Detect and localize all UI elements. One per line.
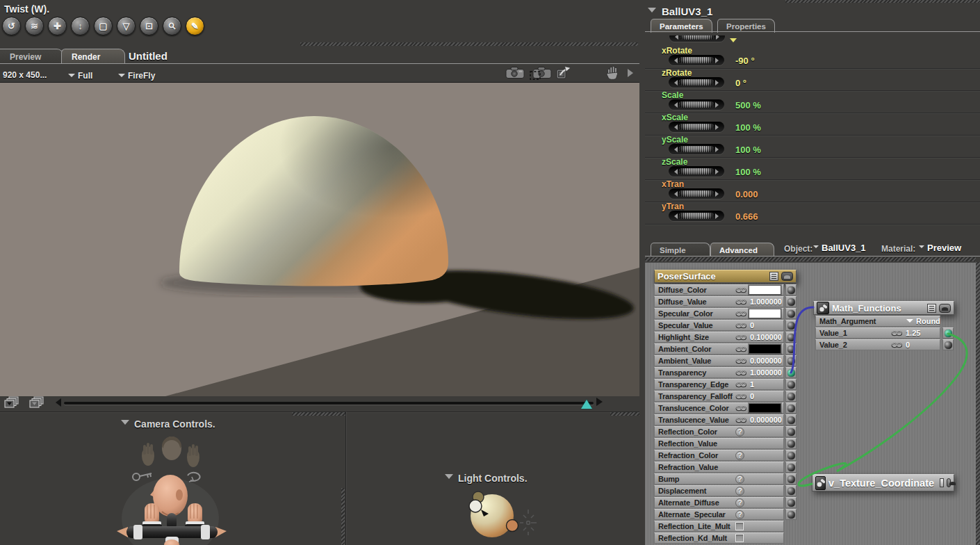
node-preview-eye-icon[interactable] <box>781 272 793 281</box>
right-panel-resize-grip[interactable] <box>785 0 980 3</box>
dial-value[interactable]: 0.000 <box>735 189 758 200</box>
parameter-dial[interactable] <box>669 188 724 199</box>
parameter-value[interactable]: 1.25 <box>904 329 920 337</box>
help-icon[interactable]: ? <box>735 498 744 507</box>
node-options-icon[interactable] <box>927 304 936 313</box>
node-options-icon[interactable] <box>769 272 778 281</box>
input-plug[interactable] <box>787 286 795 294</box>
input-plug[interactable] <box>787 475 795 483</box>
input-plug-cell[interactable] <box>785 355 797 366</box>
frame-slider-handle[interactable] <box>581 394 592 409</box>
chain-link-icon[interactable] <box>891 342 903 348</box>
input-plug[interactable] <box>787 298 795 306</box>
input-plug[interactable] <box>787 357 795 365</box>
collapse-triangle-icon[interactable] <box>445 474 453 483</box>
input-plug-cell[interactable] <box>942 327 954 339</box>
chevron-down-icon[interactable] <box>906 319 913 326</box>
input-plug[interactable] <box>787 334 795 341</box>
input-plug-cell[interactable] <box>785 509 797 520</box>
magnify-tool[interactable]: ⚲ <box>163 17 181 35</box>
input-plug-cell[interactable] <box>785 332 797 343</box>
help-icon[interactable]: ? <box>735 428 744 437</box>
dial-value[interactable]: 0 ° <box>735 78 746 88</box>
input-plug-cell[interactable] <box>785 391 797 402</box>
camera-panel-grip[interactable] <box>292 412 345 416</box>
input-plug-cell[interactable] <box>785 438 797 449</box>
parameter-value[interactable]: 0 <box>749 321 754 330</box>
toolbar-resize-grip[interactable] <box>300 42 638 46</box>
parameter-value[interactable]: 1 <box>749 380 754 389</box>
translate-tool[interactable]: ✚ <box>48 17 67 35</box>
tab-properties[interactable]: Properties <box>717 19 775 33</box>
object-dropdown[interactable]: BallUV3_1 <box>813 243 866 253</box>
node-options-icon[interactable] <box>940 478 944 487</box>
input-plug[interactable] <box>787 452 795 459</box>
tab-parameters[interactable]: Parameters <box>651 19 712 33</box>
frame-slider-right-arrow[interactable] <box>596 398 607 406</box>
color-swatch[interactable] <box>749 309 781 318</box>
tab-simple[interactable]: Simple <box>651 243 710 257</box>
input-plug-cell[interactable] <box>785 308 797 319</box>
subbar-next-arrow[interactable] <box>628 69 637 77</box>
scale-tool[interactable]: ▢ <box>94 17 113 35</box>
color-swatch[interactable] <box>749 403 781 413</box>
input-plug-cell[interactable] <box>785 426 797 437</box>
chain-link-icon[interactable] <box>735 370 747 376</box>
parameter-dial[interactable] <box>669 122 724 132</box>
parameter-dial[interactable] <box>669 55 724 65</box>
texture-coordinate-node[interactable]: v_Texture_Coordinate <box>812 474 954 491</box>
dial-value[interactable]: 100 % <box>735 145 761 155</box>
rotate-tool[interactable]: ↺ <box>2 17 21 35</box>
input-plug-connected[interactable] <box>787 369 795 377</box>
shader-scrollbar[interactable] <box>976 262 980 545</box>
dropdown-value[interactable]: Round <box>915 317 940 325</box>
input-plug-cell[interactable] <box>785 450 797 461</box>
tab-advanced[interactable]: Advanced <box>710 243 774 257</box>
input-plug-cell[interactable] <box>785 497 797 508</box>
chain-link-icon[interactable] <box>735 417 747 423</box>
dial-value[interactable]: 100 % <box>735 167 761 177</box>
input-plug-cell[interactable] <box>785 379 797 390</box>
color-swatch[interactable] <box>749 344 781 354</box>
light-controls[interactable] <box>445 483 556 545</box>
color-picker-tool[interactable]: ✎ <box>186 17 204 35</box>
input-plug[interactable] <box>787 310 795 318</box>
chain-link-icon[interactable] <box>735 299 747 305</box>
checkbox[interactable] <box>735 522 744 530</box>
dial-value[interactable]: 100 % <box>735 122 761 133</box>
chain-link-icon[interactable] <box>735 382 747 388</box>
node-preview-eye-icon[interactable] <box>939 304 951 313</box>
dial-value[interactable]: -90 ° <box>735 56 755 66</box>
light-panel-grip[interactable] <box>610 412 639 416</box>
chain-link-icon[interactable] <box>735 287 747 293</box>
input-plug[interactable] <box>787 322 795 330</box>
parameter-value[interactable]: 0 <box>749 392 754 400</box>
node-preview-eye-icon[interactable] <box>947 478 951 487</box>
checkbox[interactable] <box>735 534 744 542</box>
input-plug-cell[interactable] <box>785 284 797 295</box>
color-swatch[interactable] <box>749 285 781 295</box>
input-plug-cell[interactable] <box>785 343 797 355</box>
node-output-plug-icon[interactable] <box>817 302 829 314</box>
render-size-dropdown[interactable]: Full <box>68 69 92 81</box>
input-plug-cell[interactable] <box>785 296 797 307</box>
input-plug[interactable] <box>787 499 795 507</box>
parameter-dial[interactable] <box>669 99 724 110</box>
input-plug[interactable] <box>787 428 795 436</box>
poser-surface-header[interactable]: PoserSurface <box>654 270 797 283</box>
chain-link-icon[interactable] <box>735 334 747 341</box>
translate-in-z-tool[interactable]: ↕ <box>71 17 90 35</box>
input-plug-cell[interactable] <box>785 473 797 485</box>
parameter-dial[interactable] <box>669 166 724 177</box>
chain-link-icon[interactable] <box>735 405 747 412</box>
input-plug-cell[interactable] <box>785 414 797 425</box>
area-render-button[interactable] <box>530 66 552 83</box>
texture-coordinate-header[interactable]: v_Texture_Coordinate <box>812 474 954 491</box>
select-subset-tool[interactable]: ⊡ <box>140 17 158 35</box>
input-plug-connected[interactable] <box>945 330 952 337</box>
taper-tool[interactable]: ▽ <box>117 17 136 35</box>
chain-link-icon[interactable] <box>735 346 747 352</box>
input-plug[interactable] <box>787 416 795 424</box>
tab-preview[interactable]: Preview <box>0 49 63 64</box>
parameter-value[interactable]: 0.100000 <box>749 333 782 341</box>
